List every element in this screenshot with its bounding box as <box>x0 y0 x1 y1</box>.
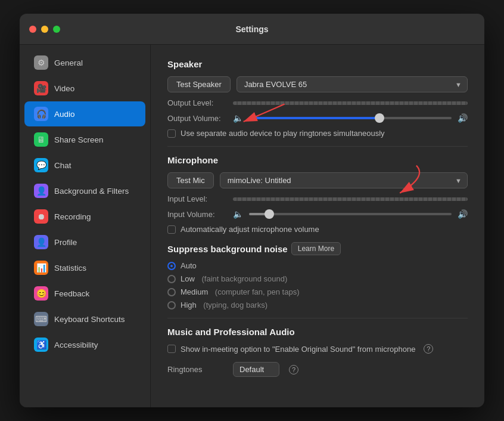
recording-icon: ⏺ <box>34 209 48 224</box>
accessibility-icon: ♿ <box>34 338 48 352</box>
suppress-medium-radio[interactable] <box>167 288 176 296</box>
suppress-high-sublabel: (typing, dog barks) <box>201 301 267 309</box>
ringtones-select-wrapper: Default <box>233 362 279 377</box>
main-wrapper: Speaker Test Speaker Jabra EVOLVE 65 ▼ O… <box>151 45 484 407</box>
sidebar-item-label-statistics: Statistics <box>54 264 86 273</box>
mic-select-wrapper: mimoLive: Untitled ▼ <box>220 172 468 188</box>
volume-low-icon: 🔈 <box>233 113 243 123</box>
output-level-fill <box>233 101 468 105</box>
volume-high-icon: 🔊 <box>458 113 468 123</box>
sidebar-item-feedback[interactable]: 😊Feedback <box>24 281 145 306</box>
sidebar-item-keyboard[interactable]: ⌨Keyboard Shortcuts <box>24 307 145 332</box>
suppress-high-radio[interactable] <box>167 301 176 309</box>
background-icon: 👤 <box>34 184 48 198</box>
separate-audio-row: Use separate audio device to play ringto… <box>167 129 468 138</box>
sidebar-item-label-keyboard: Keyboard Shortcuts <box>54 315 125 324</box>
suppress-row: Suppress background noise Learn More <box>167 242 468 255</box>
test-mic-button[interactable]: Test Mic <box>167 172 214 188</box>
auto-adjust-label: Automatically adjust microphone volume <box>181 225 319 234</box>
suppress-high-row: High (typing, dog barks) <box>167 301 468 309</box>
keyboard-icon: ⌨ <box>34 312 48 326</box>
mic-vol-low-icon: 🔈 <box>233 209 243 219</box>
video-icon: 🎥 <box>34 81 48 95</box>
microphone-section-title: Microphone <box>167 155 468 165</box>
sidebar-item-share-screen[interactable]: 🖥Share Screen <box>24 127 145 152</box>
separate-audio-checkbox[interactable] <box>167 129 176 138</box>
speaker-select[interactable]: Jabra EVOLVE 65 <box>237 76 468 92</box>
suppress-low-sublabel: (faint background sound) <box>200 274 287 283</box>
output-level-row: Output Level: <box>167 98 468 107</box>
sidebar-item-label-recording: Recording <box>54 212 91 221</box>
sidebar-item-recording[interactable]: ⏺Recording <box>24 204 145 229</box>
original-sound-row: Show in-meeting option to "Enable Origin… <box>167 344 468 354</box>
divider-2 <box>167 318 468 318</box>
feedback-icon: 😊 <box>34 286 48 301</box>
sidebar-item-general[interactable]: ⚙General <box>24 50 145 75</box>
suppress-auto-label: Auto <box>181 261 197 270</box>
speaker-device-row: Test Speaker Jabra EVOLVE 65 ▼ <box>167 76 468 92</box>
output-level-bar <box>233 101 468 105</box>
suppress-medium-sublabel: (computer fan, pen taps) <box>213 287 299 296</box>
original-sound-help-icon[interactable]: ? <box>424 344 433 354</box>
ringtones-label: Ringtones <box>167 365 227 374</box>
input-level-bar <box>233 197 468 201</box>
input-level-label: Input Level: <box>167 194 227 203</box>
sidebar-item-label-audio: Audio <box>54 110 75 119</box>
sidebar-item-label-accessibility: Accessibility <box>54 340 98 349</box>
sidebar: ⚙General🎥Video🎧Audio🖥Share Screen💬Chat👤B… <box>20 45 151 407</box>
suppress-auto-row: Auto <box>167 261 468 270</box>
learn-more-button[interactable]: Learn More <box>291 242 341 255</box>
test-speaker-button[interactable]: Test Speaker <box>167 76 231 92</box>
suppress-medium-row: Medium (computer fan, pen taps) <box>167 287 468 296</box>
traffic-lights <box>29 26 60 33</box>
close-button[interactable] <box>29 26 36 33</box>
sidebar-item-label-chat: Chat <box>54 161 71 170</box>
statistics-icon: 📊 <box>34 261 48 275</box>
auto-adjust-row: Automatically adjust microphone volume <box>167 225 468 234</box>
chat-icon: 💬 <box>34 158 48 172</box>
output-volume-slider[interactable] <box>249 117 452 119</box>
mic-device-row: Test Mic mimoLive: Untitled ▼ <box>167 172 468 188</box>
original-sound-checkbox[interactable] <box>167 345 176 353</box>
output-volume-row: Output Volume: 🔈 🔊 <box>167 113 468 123</box>
input-volume-label: Input Volume: <box>167 210 227 219</box>
sidebar-item-chat[interactable]: 💬Chat <box>24 153 145 178</box>
profile-icon: 👤 <box>34 235 48 249</box>
share-screen-icon: 🖥 <box>34 132 48 147</box>
sidebar-item-label-background: Background & Filters <box>54 187 129 196</box>
input-volume-slider[interactable] <box>249 213 452 215</box>
suppress-auto-radio[interactable] <box>167 262 176 270</box>
main-content: Speaker Test Speaker Jabra EVOLVE 65 ▼ O… <box>151 45 484 391</box>
ringtones-help-icon[interactable]: ? <box>289 365 298 374</box>
content-area: ⚙General🎥Video🎧Audio🖥Share Screen💬Chat👤B… <box>20 45 484 407</box>
auto-adjust-checkbox[interactable] <box>167 225 176 234</box>
minimize-button[interactable] <box>41 26 48 33</box>
speaker-select-wrapper: Jabra EVOLVE 65 ▼ <box>237 76 468 92</box>
sidebar-item-accessibility[interactable]: ♿Accessibility <box>24 332 145 357</box>
sidebar-item-label-video: Video <box>54 84 74 93</box>
input-level-row: Input Level: <box>167 194 468 203</box>
suppress-low-radio[interactable] <box>167 275 176 283</box>
sidebar-item-label-profile: Profile <box>54 238 77 247</box>
suppress-high-label: High <box>181 301 197 309</box>
input-level-fill <box>233 197 468 201</box>
ringtones-row: Ringtones Default ? <box>167 362 468 377</box>
sidebar-item-label-share-screen: Share Screen <box>54 135 104 144</box>
separate-audio-label: Use separate audio device to play ringto… <box>181 129 385 138</box>
mic-select[interactable]: mimoLive: Untitled <box>220 172 468 188</box>
suppress-low-label: Low <box>181 274 195 283</box>
sidebar-item-profile[interactable]: 👤Profile <box>24 230 145 255</box>
speaker-section-title: Speaker <box>167 59 468 69</box>
mic-vol-high-icon: 🔊 <box>458 209 468 219</box>
sidebar-item-background[interactable]: 👤Background & Filters <box>24 178 145 203</box>
ringtones-select[interactable]: Default <box>233 362 279 377</box>
output-level-label: Output Level: <box>167 98 227 107</box>
maximize-button[interactable] <box>53 26 60 33</box>
output-volume-label: Output Volume: <box>167 114 227 123</box>
original-sound-label: Show in-meeting option to "Enable Origin… <box>181 345 415 354</box>
sidebar-item-video[interactable]: 🎥Video <box>24 76 145 101</box>
sidebar-item-audio[interactable]: 🎧Audio <box>24 101 145 126</box>
sidebar-item-statistics[interactable]: 📊Statistics <box>24 255 145 280</box>
sidebar-item-label-feedback: Feedback <box>54 289 89 298</box>
music-section-title: Music and Professional Audio <box>167 327 468 337</box>
